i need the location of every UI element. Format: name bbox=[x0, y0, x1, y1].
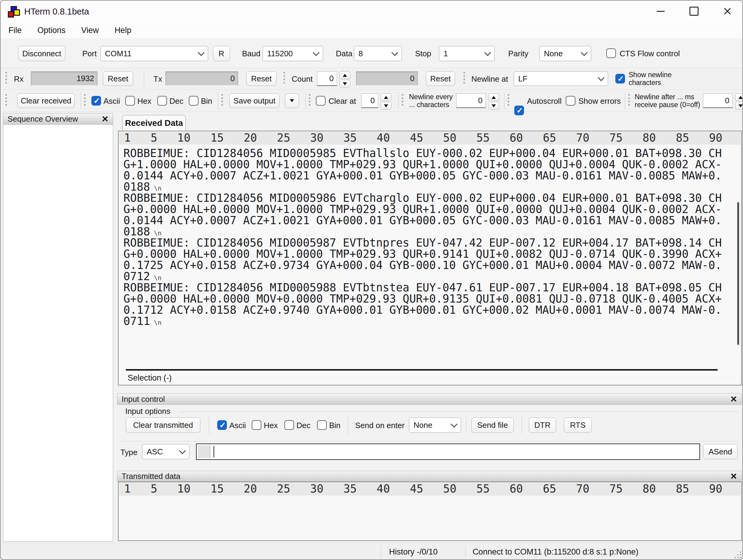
stop-bits-value: 1 bbox=[443, 49, 448, 58]
received-data-panel[interactable]: 1 5 10 15 20 25 30 35 40 45 50 55 60 65 … bbox=[118, 131, 742, 385]
transmitted-data-panel[interactable]: 1 5 10 15 20 25 30 35 40 45 50 55 60 65 … bbox=[118, 482, 742, 541]
spin-up-button[interactable] bbox=[381, 93, 391, 101]
tx-bin-checkbox[interactable] bbox=[317, 420, 327, 430]
tx-dec-checkbox[interactable] bbox=[285, 420, 294, 430]
count-spin-field[interactable]: 0 bbox=[317, 72, 337, 86]
clear-transmitted-button[interactable]: Clear transmitted bbox=[126, 418, 200, 433]
close-button[interactable] bbox=[716, 2, 738, 20]
rx-hex-checkbox[interactable] bbox=[125, 96, 135, 105]
transmitted-data-header: Transmitted data ✕ bbox=[117, 471, 742, 482]
toolbar-grip bbox=[221, 94, 223, 107]
separator bbox=[348, 416, 349, 434]
tx-ascii-checkbox[interactable] bbox=[217, 420, 227, 430]
save-output-button[interactable]: Save output bbox=[229, 93, 279, 108]
type-label: Type bbox=[120, 448, 137, 457]
rx-ascii-checkbox[interactable] bbox=[91, 96, 101, 105]
newline-after-spin-field[interactable]: 0 bbox=[703, 93, 733, 108]
spin-down-button[interactable] bbox=[735, 102, 743, 110]
tx-hex-checkbox[interactable] bbox=[252, 420, 261, 430]
disconnect-button[interactable]: Disconnect bbox=[18, 46, 65, 61]
menu-options[interactable]: Options bbox=[38, 26, 65, 35]
rx-bin-label: Bin bbox=[201, 96, 212, 106]
chevron-down-icon bbox=[313, 49, 320, 56]
send-on-enter-label: Send on enter bbox=[355, 421, 404, 430]
data-bits-select[interactable]: 8 bbox=[354, 46, 402, 61]
input-field-cell bbox=[198, 445, 210, 458]
parity-label: Parity bbox=[508, 49, 528, 58]
spin-up-button[interactable] bbox=[340, 72, 350, 79]
autoscroll-checkbox[interactable] bbox=[514, 105, 524, 115]
chevron-down-icon bbox=[179, 447, 186, 455]
newline-at-select[interactable]: LF bbox=[514, 72, 608, 86]
cts-flow-control-checkbox[interactable] bbox=[606, 48, 616, 58]
port-select[interactable]: COM11 bbox=[100, 46, 208, 61]
tab-received-data[interactable]: Received Data bbox=[122, 115, 186, 131]
spin-down-button[interactable] bbox=[488, 102, 499, 110]
received-data-line: 0.1725 ACY+0.0158 ACZ+0.9734 GYA+000.04 … bbox=[123, 260, 722, 271]
parity-select[interactable]: None bbox=[539, 46, 591, 61]
separator bbox=[381, 546, 381, 558]
spin-down-button[interactable] bbox=[340, 80, 350, 87]
tx-bin-label: Bin bbox=[329, 421, 341, 430]
newline-after-label: Newline after ... ms receive pause (0=of… bbox=[635, 93, 700, 109]
clear-at-spin-field[interactable]: 0 bbox=[361, 93, 378, 108]
menu-help[interactable]: Help bbox=[115, 26, 132, 35]
rx-hex-label: Hex bbox=[137, 96, 151, 106]
count-reset-button[interactable]: Reset bbox=[426, 72, 455, 86]
received-data-line: ROBBEIMUE: CID1284056 MID0005985 EVThall… bbox=[123, 147, 722, 159]
asend-button[interactable]: ASend bbox=[703, 444, 738, 459]
chevron-down-icon bbox=[391, 49, 398, 56]
menu-view[interactable]: View bbox=[81, 26, 99, 35]
window-title: HTerm 0.8.1beta bbox=[24, 7, 89, 17]
spin-up-button[interactable] bbox=[735, 93, 743, 101]
spin-up-button[interactable] bbox=[488, 93, 499, 101]
type-select[interactable]: ASC bbox=[142, 444, 189, 459]
app-icon bbox=[8, 6, 20, 18]
show-newline-checkbox[interactable] bbox=[615, 74, 625, 84]
count-total-field: 0 bbox=[356, 72, 418, 86]
vertical-scrollbar-thumb[interactable] bbox=[737, 202, 739, 345]
rx-counter-field: 1932 bbox=[31, 72, 97, 86]
minimize-button[interactable] bbox=[650, 2, 672, 20]
newline-every-spin-field[interactable]: 0 bbox=[456, 93, 486, 108]
clear-received-button[interactable]: Clear received bbox=[17, 93, 75, 108]
received-data-line: ROBBEIMUE: CID1284056 MID0005988 EVTbtns… bbox=[123, 282, 722, 293]
display-toolbar: Clear received Ascii Hex Dec Bin Save ou… bbox=[1, 90, 743, 112]
close-icon[interactable]: ✕ bbox=[102, 114, 108, 124]
status-bar: History -/0/10 Connect to COM11 (b:11520… bbox=[1, 543, 743, 560]
maximize-button[interactable] bbox=[683, 2, 705, 20]
received-data-line: G+0.0000 HAL+0.0000 MOV+1.0000 TMP+029.9… bbox=[123, 204, 722, 215]
received-data-line: 0.0144 ACY+0.0007 ACZ+1.0021 GYA+000.01 … bbox=[123, 215, 722, 226]
rts-button[interactable]: RTS bbox=[564, 418, 592, 433]
save-output-menu-button[interactable] bbox=[285, 93, 299, 108]
received-data-line: 0711 \n bbox=[123, 315, 722, 327]
rx-reset-button[interactable]: Reset bbox=[103, 72, 133, 86]
toolbar-grip bbox=[628, 94, 630, 107]
spin-down-button[interactable] bbox=[381, 102, 391, 110]
received-data-line: G+0.0000 HAL+0.0000 MOV+1.0000 TMP+029.9… bbox=[123, 248, 722, 260]
rescan-ports-button[interactable]: R bbox=[213, 46, 230, 61]
toolbar-grip bbox=[309, 94, 310, 107]
transmitted-ruler-text: 1 5 10 15 20 25 30 35 40 45 50 55 60 65 … bbox=[119, 483, 741, 495]
send-on-enter-select[interactable]: None bbox=[409, 418, 461, 433]
rx-bin-checkbox[interactable] bbox=[189, 96, 199, 105]
resize-grip[interactable] bbox=[733, 550, 741, 558]
clear-at-checkbox[interactable] bbox=[316, 96, 325, 105]
close-icon[interactable]: ✕ bbox=[730, 471, 737, 481]
tx-reset-button[interactable]: Reset bbox=[246, 72, 276, 86]
stop-bits-select[interactable]: 1 bbox=[439, 46, 495, 61]
received-ruler-text: 1 5 10 15 20 25 30 35 40 45 50 55 60 65 … bbox=[119, 132, 741, 144]
close-icon[interactable]: ✕ bbox=[730, 394, 737, 404]
groupbox-line bbox=[179, 412, 739, 412]
show-errors-checkbox[interactable] bbox=[566, 96, 575, 105]
baud-select[interactable]: 115200 bbox=[263, 46, 323, 61]
show-newline-label: Show newline characters bbox=[629, 71, 671, 87]
menu-file[interactable]: File bbox=[8, 26, 22, 35]
rx-dec-checkbox[interactable] bbox=[157, 96, 167, 105]
type-value: ASC bbox=[147, 447, 163, 457]
send-input-field[interactable] bbox=[196, 443, 700, 460]
horizontal-scrollbar[interactable] bbox=[126, 369, 717, 371]
dtr-button[interactable]: DTR bbox=[529, 418, 556, 433]
separator bbox=[218, 92, 218, 109]
send-file-button[interactable]: Send file bbox=[471, 418, 514, 433]
